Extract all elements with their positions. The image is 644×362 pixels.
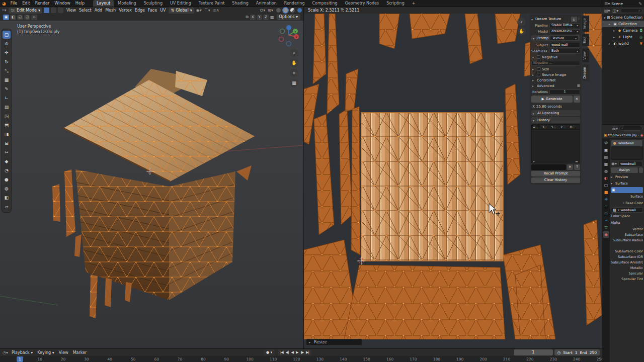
expand-icon[interactable]: ▸ [609,22,612,26]
ai-upscaling-expand-icon[interactable]: ▸ [533,112,536,115]
tool-icon[interactable]: ▦ [3,76,11,84]
controlnet-expand-icon[interactable]: ▸ [532,78,535,82]
expand-icon[interactable]: ▸ [604,16,606,19]
snap-target-icon[interactable]: ▩ [270,15,275,20]
transport-button[interactable]: ◀ [290,350,294,354]
blender-logo-icon[interactable]: ◕ [2,1,6,6]
mirror-icon[interactable]: ⧉ [245,15,249,20]
tool-icon[interactable]: ◆ [3,157,11,165]
orientation-dropdown[interactable]: ⇅ Global ▾ [169,8,194,14]
source-image-expand-icon[interactable]: ▸ [532,73,535,76]
navigation-gizmo[interactable]: Y X [277,24,300,47]
viewport-menu[interactable]: Mesh [104,8,117,13]
item-badge-icon[interactable]: ▼ [640,42,644,46]
shader-input-label[interactable]: Subsurface Anisotropy [611,260,643,265]
viewport-canvas[interactable]: User Perspective (1) tmp0wx1zs0n.ply ▢⊕✛… [0,21,303,348]
select-lasso-icon[interactable]: ◧ [10,15,16,20]
history-column-header[interactable]: 3... [542,125,550,129]
workspace-tab[interactable]: UV Editing [167,0,195,7]
history-column-header[interactable]: D... [570,125,579,129]
panel-expand-icon[interactable]: ▾ [531,18,534,21]
topbar-menu[interactable]: Window [52,0,73,7]
history-list[interactable] [532,130,580,159]
editor-type-icon[interactable]: ⌗▾ [2,8,7,13]
properties-tab[interactable]: ▦ [603,161,609,167]
auto-key-button[interactable]: ● ▾ [264,349,275,355]
viewport-3d[interactable]: ▣ ◧ ◱ ◰ ▫ ⧉ X Y Z ▩ Options ▾ [0,14,304,348]
history-delete-icon[interactable]: ✕ [567,164,573,170]
transport-button[interactable]: ◀| [285,350,290,354]
history-scrollbar[interactable]: ▬ [575,159,578,163]
shading-material-icon[interactable] [290,8,295,13]
timeline-menu-playback[interactable]: Playback ▾ [10,350,34,355]
material-name-field[interactable]: woodwall [618,161,643,166]
history-table[interactable]: w...3...5...2...D... ▸▬ [531,124,580,163]
shader-input-label[interactable]: Specular Tint [611,277,643,282]
item-badge-icon[interactable]: ◘ [639,29,644,33]
tool-icon[interactable]: ▤ [3,103,11,111]
recall-prompt-button[interactable]: Recall Prompt [531,171,580,176]
advanced-expand-icon[interactable]: ▸ [532,84,535,87]
history-export-icon[interactable]: ⤒ [574,164,580,170]
prompt-type-select[interactable]: Texture [550,36,579,41]
properties-tab[interactable]: ∴ [603,203,609,210]
playhead[interactable]: 1 [17,356,23,362]
uv-sidebar-tab[interactable]: View [582,49,589,62]
topbar-menu[interactable]: Render [33,0,52,7]
tool-icon[interactable]: ⊟ [3,139,11,147]
select-mode-edge-toggle[interactable] [51,8,56,13]
properties-tab[interactable]: ◉ [603,231,609,238]
expand-icon[interactable]: ▸ [609,42,612,45]
timeline-ruler[interactable]: 1 10203040506070809010011012013014015016… [0,356,602,362]
outliner-editor-icon[interactable]: ☰▾ [604,2,610,6]
outliner-item[interactable]: ▸ ☀ Light ◎ [602,34,644,40]
subject-input[interactable]: wood wall [549,43,580,48]
tool-icon[interactable]: ▱ [3,203,11,211]
timeline-menu-view[interactable]: View [57,350,70,355]
tool-icon[interactable]: ✎ [3,85,11,93]
transport-button[interactable]: |◀ [279,350,284,354]
advanced-presets-icon[interactable]: ☰ [577,84,580,88]
tool-icon[interactable]: ✛ [3,49,11,57]
axis-x-toggle[interactable]: X [250,15,256,20]
tool-icon[interactable]: ◳ [3,112,11,120]
surface-expand-icon[interactable]: ▾ [611,182,614,185]
viewport-menu[interactable]: Add [93,8,104,13]
tool-icon[interactable]: ◨ [3,130,11,138]
viewport-menu[interactable]: Select [77,8,93,13]
tool-icon[interactable]: ⊕ [3,40,11,48]
workspace-tab[interactable]: Texture Paint [195,0,228,7]
base-color-image-field[interactable]: ▨ ▾ woodwall [611,207,643,213]
select-button[interactable] [639,167,643,173]
preview-expand-icon[interactable]: ▸ [611,175,614,178]
uv-editor[interactable]: ⌕ ✋ ▾ Dream Texture ⤓ ∷ Pipeline Stable … [304,14,602,348]
properties-tab[interactable]: ◐ [603,175,609,182]
viewport-menu[interactable]: Edge [133,8,146,13]
workspace-tab[interactable]: Sculpting [140,0,166,7]
shader-input-label[interactable]: Subsurface IOR [611,254,643,260]
properties-tab[interactable]: ■ [603,189,609,196]
prompt-expand-icon[interactable]: ▾ [533,37,536,40]
shading-wireframe-icon[interactable] [276,8,281,13]
properties-tab[interactable]: ∞ [603,217,609,224]
display-mode-icon[interactable]: ▤▾ [604,9,611,13]
source-image-checkbox[interactable] [537,73,540,76]
history-expand-icon[interactable]: ▾ [533,119,536,122]
properties-tab[interactable]: ▣ [603,147,609,153]
workspace-tab[interactable]: Shading [228,0,252,7]
scene-name[interactable]: Scene [611,2,637,6]
material-slot[interactable]: ● woodwall [611,140,642,146]
transport-button[interactable]: |▶ [299,350,304,354]
uv-sidebar-tab[interactable]: Image [582,16,589,32]
history-column-header[interactable]: w... [533,125,541,129]
outliner-item[interactable]: ▸ ◆ Camera ◘ [602,27,644,34]
shading-solid-icon[interactable] [283,8,288,13]
shader-input-label[interactable] [611,243,643,249]
outliner-item[interactable]: ▸ ▤ Scene Collection [602,14,644,21]
properties-tab[interactable]: ✛ [603,196,609,203]
house-model[interactable] [0,21,303,347]
viewport-menu[interactable]: UV [158,8,167,13]
select-circle-icon[interactable]: ◱ [17,15,23,20]
negative-checkbox[interactable] [537,55,540,59]
shader-input-label[interactable]: Vector [611,227,643,232]
